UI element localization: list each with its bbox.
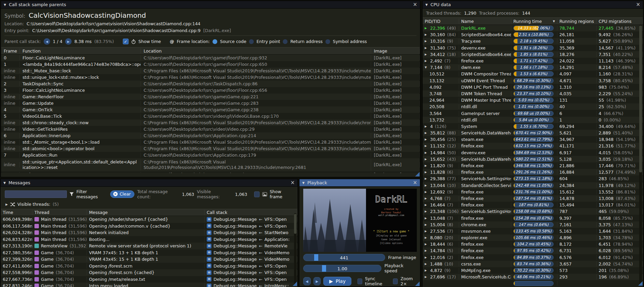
expand-icon[interactable]: ▶ — [425, 217, 428, 220]
expand-threads-icon[interactable]: ▶ — [5, 203, 8, 206]
table-row[interactable]: ▶29,388(77)ServiceHub.SettingsHost273.15… — [423, 175, 643, 182]
table-row[interactable]: inlinestd::_Mutex_base::lockC:\Program F… — [1, 68, 420, 74]
table-row[interactable]: ▶2,492(7)firefox.exe1.71 s (7.42%)24,022… — [423, 58, 643, 64]
col-location[interactable]: Location — [141, 48, 371, 54]
expand-icon[interactable]: ▶ — [425, 59, 428, 62]
resize-grip[interactable] — [638, 281, 643, 286]
expand-icon[interactable]: ▶ — [425, 256, 428, 259]
collapse-icon[interactable]: ▼ — [3, 181, 6, 185]
table-row[interactable]: inlinestd::atomic<bool>::operator boolC:… — [1, 145, 420, 152]
table-row[interactable]: ▶16,464(7)firefox.exe187 ms (0.81%)15,49… — [423, 202, 643, 208]
expand-icon[interactable]: ▶ — [425, 177, 428, 180]
table-row[interactable]: 0Floor::CalcLightNoLuminanceC:\Users\wol… — [1, 55, 420, 61]
table-row[interactable]: ▶27,696(17)Microsoft.ServiceHub.Co48.06 … — [423, 274, 643, 280]
callstack-list-icon[interactable]: ≡ — [207, 284, 211, 287]
table-row[interactable]: inlinestd::chrono::steady_clock::nowC:\P… — [1, 119, 420, 126]
table-row[interactable]: ▶15,004(8)chrome.exe147 ms (0.64%)7,1613… — [423, 221, 643, 228]
collapse-icon[interactable]: ▼ — [425, 3, 428, 6]
zoom-2x-checkbox[interactable] — [393, 278, 398, 284]
col-pid-tid[interactable]: PID/TID — [423, 19, 459, 24]
table-row[interactable]: ▶23,348(106)ServiceHub.SettingsHost158.0… — [423, 208, 643, 215]
expand-icon[interactable]: ▶ — [425, 269, 428, 272]
expand-icon[interactable]: ▶ — [425, 125, 428, 128]
callstack-list-icon[interactable]: ≡ — [207, 257, 211, 262]
table-row[interactable]: ▶13,044(10)StandardCollector.Servic242.4… — [423, 182, 643, 189]
callstack-list-icon[interactable]: ≡ — [207, 263, 211, 268]
resize-grip[interactable] — [415, 282, 420, 286]
callstack-list-icon[interactable]: ≡ — [207, 224, 211, 228]
callstack-list-icon[interactable]: ≡ — [207, 237, 211, 242]
cpu-scrollbar[interactable] — [639, 25, 642, 285]
callstack-titlebar[interactable]: ▼ Call stack sample parents × — [1, 1, 420, 9]
expand-icon[interactable]: ▶ — [425, 230, 428, 233]
radio-symbol-address[interactable] — [325, 39, 330, 44]
expand-icon[interactable]: ▶ — [425, 243, 428, 246]
col-function[interactable]: Function — [20, 48, 141, 54]
prev-frame-button[interactable]: ◀ — [44, 38, 50, 45]
expand-icon[interactable]: ▶ — [425, 236, 428, 239]
collapse-icon[interactable]: ▼ — [302, 181, 305, 185]
table-row[interactable]: ▶4,768(7)firefox.exe187.54 ms (0.81%)14,… — [423, 195, 643, 202]
table-row[interactable]: 606,117,568nsMain thread(31,596)Opening … — [1, 223, 297, 230]
table-row[interactable]: ▶27,536(7)msvsmon.exe133.45 ms (0.58%)5,… — [423, 228, 643, 234]
expand-icon[interactable]: ▶ — [425, 53, 428, 56]
table-row[interactable]: ▶12,692(9)firefox.exe231.76 ms (1.00%)15… — [423, 189, 643, 195]
table-row[interactable]: ▶18,444(6)firefox.exe104.2 ms (0.45%)8,1… — [423, 241, 643, 247]
table-row[interactable]: 13,732ntdll.dll5.84 us (0.00%)10(0.00%) — [423, 117, 643, 123]
expand-icon[interactable]: ▶ — [425, 33, 428, 36]
close-icon[interactable]: × — [290, 180, 295, 185]
col-running-regions[interactable]: Running regions — [557, 19, 597, 24]
table-row[interactable]: 3,748DWM Token Thread23.37 ms (0.10%)4,0… — [423, 90, 643, 97]
col-message[interactable]: Message — [87, 210, 205, 215]
table-row[interactable]: 627,558,996nsGame(36,704)Opening /forest… — [1, 269, 297, 276]
table-row[interactable]: ▶4(126)System1.55 s (6.70%)69,29434,400(… — [423, 123, 643, 130]
messages-titlebar[interactable]: ▼ Messages × — [1, 179, 297, 187]
resize-grip[interactable] — [293, 282, 297, 286]
radio-source-code[interactable] — [213, 39, 217, 44]
expand-icon[interactable]: ▶ — [425, 131, 428, 134]
scrollbar-thumb[interactable] — [294, 214, 296, 234]
callstack-list-icon[interactable]: ≡ — [207, 270, 211, 275]
expand-icon[interactable]: ▶ — [425, 203, 428, 206]
clear-button[interactable]: × Clear — [110, 190, 135, 198]
close-icon[interactable]: × — [413, 180, 417, 185]
col-image[interactable]: Image — [371, 48, 420, 54]
table-row[interactable]: 20,508ntdll.dll1.01 ms (0.00%)4025(62.50… — [423, 103, 643, 110]
sync-timeline-checkbox[interactable] — [357, 278, 362, 284]
col-running-time[interactable]: Running time▼ — [511, 19, 557, 24]
table-row[interactable]: ▶30,160(84)ScriptedSandbox64.exe2.51 s (… — [423, 31, 643, 38]
table-row[interactable]: ▶35,812(88)ServiceHub.DataWarehou670.41 … — [423, 130, 643, 136]
playback-titlebar[interactable]: ▼ Playback × — [299, 179, 420, 187]
col-callstack[interactable]: Call stack — [205, 210, 297, 215]
table-row[interactable]: inlinestd::unique_ptr<Application,std::d… — [1, 158, 420, 171]
callstack-list-icon[interactable]: ≡ — [207, 230, 211, 235]
radio-entry-point[interactable] — [249, 39, 254, 44]
table-row[interactable]: 627,667,736nsGame(36,704)Opening /meta/r… — [1, 276, 297, 283]
table-row[interactable]: inlineGame::RenderFloorC:\Users\wolf\Des… — [1, 94, 420, 100]
expand-icon[interactable]: ▶ — [425, 262, 428, 266]
table-row[interactable]: ▶14,984(50)devenv.exe584.69 ms (2.53%)6,… — [423, 149, 643, 156]
expand-icon[interactable]: ▶ — [425, 151, 428, 154]
cpu-titlebar[interactable]: ▼ CPU data × — [423, 1, 643, 9]
expand-icon[interactable]: ▶ — [425, 138, 428, 141]
expand-icon[interactable]: ▶ — [425, 197, 428, 200]
table-row[interactable]: 606,049,398nsMain thread(31,596)Opening … — [1, 216, 297, 223]
table-row[interactable]: ▶34,412(18)ScriptedSandbox64.exe1.85 s (… — [423, 51, 643, 58]
table-row[interactable]: ▼7,144(8)dwm.exe1.66 s (7.18%)14,2918,21… — [423, 64, 643, 71]
collapse-icon[interactable]: ▼ — [4, 3, 6, 6]
expand-icon[interactable]: ▶ — [425, 190, 428, 193]
expand-icon[interactable]: ▶ — [425, 171, 428, 174]
table-row[interactable]: 627,831,246nsGame(36,704)Intro menu load… — [1, 283, 297, 287]
table-row[interactable]: ▶22,396(49)DarkRL.exe14.33 s (62.06%)78,… — [423, 25, 643, 31]
col-time[interactable]: Time — [1, 210, 32, 215]
expand-icon[interactable]: ▶ — [425, 275, 428, 278]
resize-grip[interactable] — [415, 172, 420, 176]
step-back-button[interactable]: ◀ — [303, 277, 311, 285]
filter-input[interactable] — [5, 190, 67, 198]
col-frame[interactable]: Frame — [1, 48, 20, 54]
play-button[interactable]: ▶ Play — [323, 277, 351, 286]
col-name[interactable]: Name — [459, 19, 511, 24]
table-row[interactable]: ▶30,456(25)steam.exe643.61 ms (2.79%)34,… — [423, 136, 643, 143]
table-row[interactable]: ▶11,820(9)firefox.exe346.58 ms (1.50%)21… — [423, 162, 643, 169]
collapse-icon[interactable]: ▼ — [425, 66, 428, 69]
